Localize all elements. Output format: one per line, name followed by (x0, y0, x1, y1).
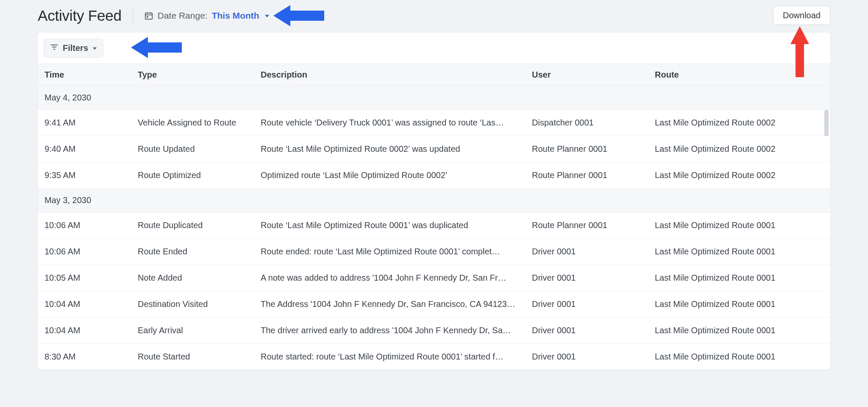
date-group-row: May 3, 2030 (38, 189, 830, 212)
cell-time: 9:35 AM (38, 162, 131, 189)
scrollbar-track[interactable] (820, 318, 830, 344)
cell-user: Dispatcher 0001 (525, 110, 648, 136)
cell-route: Last Mile Optimized Route 0001 (648, 265, 820, 291)
table-row[interactable]: 10:06 AMRoute EndedRoute ended: route ‘L… (38, 239, 830, 265)
cell-description: The Address '1004 John F Kennedy Dr, San… (254, 291, 525, 318)
table-row[interactable]: 10:06 AMRoute DuplicatedRoute ‘Last Mile… (38, 212, 830, 239)
table-row[interactable]: 9:40 AMRoute UpdatedRoute ‘Last Mile Opt… (38, 136, 830, 162)
annotation-arrow-filters (131, 35, 182, 60)
cell-route: Last Mile Optimized Route 0002 (648, 162, 820, 189)
date-range-dropdown[interactable]: Date Range: This Month (144, 11, 270, 21)
table-row[interactable]: 10:04 AMEarly ArrivalThe driver arrived … (38, 318, 830, 344)
scrollbar-track[interactable] (820, 291, 830, 318)
table-row[interactable]: 9:41 AMVehicle Assigned to RouteRoute ve… (38, 110, 830, 136)
cell-type: Note Added (131, 265, 254, 291)
scrollbar-thumb[interactable] (824, 110, 829, 136)
svg-rect-5 (147, 16, 148, 17)
scrollbar-track[interactable] (820, 136, 830, 162)
cell-type: Vehicle Assigned to Route (131, 110, 254, 136)
cell-description: Route ‘Last Mile Optimized Route 0001’ w… (254, 212, 525, 239)
page-title: Activity Feed (38, 7, 122, 24)
cell-type: Early Arrival (131, 318, 254, 344)
svg-rect-1 (145, 13, 153, 19)
cell-description: Route started: route ‘Last Mile Optimize… (254, 344, 525, 370)
cell-description: A note was added to address '1004 John F… (254, 265, 525, 291)
date-range-value: This Month (212, 11, 259, 21)
col-header-time[interactable]: Time (38, 64, 131, 86)
filter-icon (50, 43, 58, 53)
chevron-down-icon (92, 43, 97, 53)
table-row[interactable]: 8:30 AMRoute StartedRoute started: route… (38, 344, 830, 370)
table-header-row: Time Type Description User Route (38, 64, 830, 86)
cell-type: Destination Visited (131, 291, 254, 318)
svg-marker-7 (790, 26, 809, 77)
date-group-label: May 3, 2030 (38, 189, 830, 212)
table-row[interactable]: 9:35 AMRoute OptimizedOptimized route ‘L… (38, 162, 830, 189)
cell-type: Route Duplicated (131, 212, 254, 239)
scrollbar-track[interactable] (820, 162, 830, 189)
cell-time: 10:06 AM (38, 212, 131, 239)
cell-route: Last Mile Optimized Route 0001 (648, 344, 820, 370)
cell-route: Last Mile Optimized Route 0001 (648, 318, 820, 344)
cell-user: Route Planner 0001 (525, 136, 648, 162)
cell-description: Optimized route ‘Last Mile Optimized Rou… (254, 162, 525, 189)
filters-button[interactable]: Filters (44, 39, 103, 58)
cell-user: Driver 0001 (525, 291, 648, 318)
date-range-label: Date Range: (158, 11, 208, 21)
cell-type: Route Optimized (131, 162, 254, 189)
scrollbar-track[interactable] (820, 344, 830, 370)
cell-type: Route Started (131, 344, 254, 370)
cell-route: Last Mile Optimized Route 0001 (648, 212, 820, 239)
svg-marker-12 (131, 37, 182, 58)
annotation-arrow-download (790, 26, 809, 77)
date-group-row: May 4, 2030 (38, 86, 830, 110)
cell-time: 8:30 AM (38, 344, 131, 370)
cell-user: Driver 0001 (525, 344, 648, 370)
cell-time: 10:05 AM (38, 265, 131, 291)
cell-user: Driver 0001 (525, 239, 648, 265)
cell-time: 10:04 AM (38, 318, 131, 344)
cell-route: Last Mile Optimized Route 0002 (648, 136, 820, 162)
scrollbar-track[interactable] (820, 212, 830, 239)
cell-user: Route Planner 0001 (525, 212, 648, 239)
table-row[interactable]: 10:04 AMDestination VisitedThe Address '… (38, 291, 830, 318)
cell-time: 10:04 AM (38, 291, 131, 318)
svg-marker-6 (265, 15, 269, 17)
cell-type: Route Updated (131, 136, 254, 162)
date-group-label: May 4, 2030 (38, 86, 830, 110)
col-header-scroll (820, 64, 830, 86)
download-button[interactable]: Download (773, 6, 830, 25)
cell-description: Route ended: route ‘Last Mile Optimized … (254, 239, 525, 265)
cell-type: Route Ended (131, 239, 254, 265)
activity-table: Time Type Description User Route May 4, … (38, 64, 830, 370)
cell-user: Route Planner 0001 (525, 162, 648, 189)
chevron-down-icon (264, 11, 270, 21)
col-header-description[interactable]: Description (254, 64, 525, 86)
svg-marker-11 (93, 47, 97, 50)
col-header-user[interactable]: User (525, 64, 648, 86)
separator (133, 9, 133, 22)
annotation-arrow-date-range (273, 3, 324, 28)
col-header-type[interactable]: Type (131, 64, 254, 86)
cell-user: Driver 0001 (525, 318, 648, 344)
cell-time: 9:40 AM (38, 136, 131, 162)
cell-time: 10:06 AM (38, 239, 131, 265)
cell-route: Last Mile Optimized Route 0001 (648, 239, 820, 265)
cell-route: Last Mile Optimized Route 0002 (648, 110, 820, 136)
calendar-icon (144, 11, 153, 20)
cell-description: Route vehicle ‘Delivery Truck 0001’ was … (254, 110, 525, 136)
cell-description: Route ‘Last Mile Optimized Route 0002’ w… (254, 136, 525, 162)
activity-panel: Filters Time Type Description User (38, 33, 830, 370)
cell-description: The driver arrived early to address '100… (254, 318, 525, 344)
scrollbar-track[interactable] (820, 265, 830, 291)
svg-marker-0 (273, 5, 324, 26)
cell-user: Driver 0001 (525, 265, 648, 291)
table-row[interactable]: 10:05 AMNote AddedA note was added to ad… (38, 265, 830, 291)
filters-label: Filters (63, 43, 88, 53)
cell-time: 9:41 AM (38, 110, 131, 136)
cell-route: Last Mile Optimized Route 0001 (648, 291, 820, 318)
scrollbar-track[interactable] (820, 110, 830, 136)
scrollbar-track[interactable] (820, 239, 830, 265)
